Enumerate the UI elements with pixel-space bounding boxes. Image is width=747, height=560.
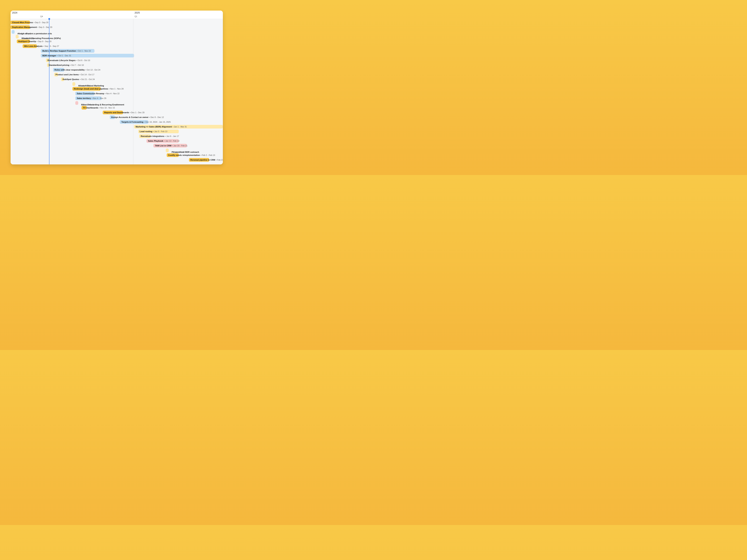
- gantt-bar[interactable]: Win Loss Analysis • Sep 15 - Sep 27: [23, 44, 37, 48]
- task-name: Custify needs reimplementation: [168, 154, 200, 156]
- gantt-bar[interactable]: Duplication Management • Sep 3 - Sep 20: [10, 25, 30, 29]
- gantt-row: Sales Commission Revamp • Nov 4 - Nov 22: [10, 91, 223, 96]
- today-dot: [48, 18, 50, 20]
- gantt-bar[interactable]: Sales Playbook • Jan 13 - Feb 13: [147, 139, 179, 143]
- task-dates: • Jan 5 - Feb 13: [153, 130, 167, 133]
- task-name: Marketing <> Sales (BDR) Alignment: [135, 126, 172, 128]
- gantt-row: Win Loss Analysis • Sep 15 - Sep 27: [10, 44, 223, 49]
- timeline-header: 20242025 Q4Q1: [10, 10, 223, 19]
- today-line: [49, 19, 49, 164]
- task-name: TAM List in CRM: [155, 144, 172, 147]
- gantt-bar[interactable]: Redesign (lead) and deal pipelines • Nov…: [72, 87, 101, 90]
- gantt-bar[interactable]: Sales Commission Revamp • Nov 4 - Nov 22: [75, 92, 95, 95]
- task-dates: • Oct 14 - Oct 17: [79, 74, 95, 76]
- gantt-row: Sales Playbook • Jan 13 - Feb 13: [10, 138, 223, 143]
- task-dates: • Oct 7 - Oct 10: [70, 64, 84, 66]
- gantt-row: BDR manager • Oct 1 - Dec 31: [10, 53, 223, 58]
- gantt-row: Redesign (lead) and deal pipelines • Nov…: [10, 86, 223, 91]
- year-label: 2024: [12, 11, 17, 14]
- gantt-row: Assign Accounts & Contact an owner • Dec…: [10, 115, 223, 119]
- task-name: Lead routing: [140, 130, 152, 133]
- gantt-bar[interactable]: Assign Accounts & Contact an owner • Dec…: [110, 115, 115, 119]
- task-dates: • Jan 1 - Mar 31: [173, 126, 187, 128]
- task-name: Redesign (lead) and deal pipelines: [74, 88, 108, 90]
- gantt-row: Account Based Marketing • Starts Nov 1: [10, 82, 223, 86]
- gantt-row: TV Dashboards • Nov 10 - Nov 15: [10, 105, 223, 110]
- gantt-bar[interactable]: Reevaluate Lifecycle Stages • Oct 6 - Oc…: [46, 58, 50, 62]
- task-name: Sales Playbook: [148, 140, 163, 142]
- task-dates: • Nov 1 - Nov 28: [109, 88, 124, 90]
- year-label: 2025: [135, 11, 140, 14]
- gantt-row: HubSpot Quotes • Oct 21 - Oct 24: [10, 77, 223, 82]
- gantt-bar[interactable]: Reevaluate integrations • Jan 6 - Jan 17: [139, 134, 151, 138]
- gantt-row: Custify needs reimplementation • Feb 2 -…: [10, 153, 223, 158]
- gantt-row: Standard Operating Procedures (SOPs) • S…: [10, 34, 223, 39]
- gantt-bar[interactable]: Personalized BDR outreach • Starts Feb 1: [166, 149, 169, 152]
- gantt-row: Reevaluate Lifecycle Stages • Oct 6 - Oc…: [10, 58, 223, 63]
- task-dates: • Dec 18, 2024 - Jan 15, 2025: [144, 121, 171, 123]
- gantt-bar[interactable]: Product and Line items • Oct 14 - Oct 17: [54, 73, 58, 76]
- task-dates: • Sep 3 - Sep 20: [37, 26, 52, 28]
- gantt-bar[interactable]: Standardized pricing • Oct 7 - Oct 10: [47, 63, 50, 67]
- quarter-row: Q4Q1: [10, 15, 223, 19]
- gantt-row: Closed-Won Process • Sep 3 - Sep 20: [10, 20, 223, 25]
- gantt-bar[interactable]: TAM List in CRM • Jan 20 - Feb 21: [153, 144, 187, 148]
- task-dates: • Nov 10 - Nov 15: [99, 107, 115, 109]
- gantt-bar[interactable]: Closed-Won Process • Sep 3 - Sep 20: [10, 21, 30, 24]
- timeline-card: 20242025 Q4Q1 Closed-Won Process • Sep 3…: [10, 10, 223, 164]
- gantt-row: Roles with clear responsibility • Oct 13…: [10, 68, 223, 72]
- gantt-bar[interactable]: Sales Onboarding & Recurring Enablement …: [75, 101, 78, 105]
- gantt-row: TAM List in CRM • Jan 20 - Feb 21: [10, 143, 223, 148]
- gantt-bar[interactable]: Roles with clear responsibility • Oct 13…: [53, 68, 65, 72]
- gantt-bar[interactable]: HubSpot Quotes • Oct 21 - Oct 24: [61, 78, 64, 81]
- quarter-label: Q4: [40, 15, 43, 18]
- task-dates: • Oct 21 - Oct 24: [80, 78, 95, 80]
- task-dates: • Oct 1 - Dec 31: [57, 54, 71, 57]
- task-name: Product and Line items: [56, 74, 79, 76]
- gantt-bar[interactable]: TV Dashboards • Nov 10 - Nov 15: [81, 106, 87, 110]
- gantt-bar[interactable]: Renewal pipeline in CRM • Feb 23 - Mar 1…: [189, 158, 209, 162]
- task-name: Sales territory: [77, 97, 91, 99]
- task-name: Reevaluate integrations: [140, 135, 164, 137]
- gantt-row: Assign all users a permission sets • Sep…: [10, 29, 223, 34]
- gantt-bar[interactable]: Targets & Forecasting • Dec 18, 2024 - J…: [120, 120, 148, 124]
- gridline: [133, 10, 133, 164]
- task-name: Build a RevOps Support Function: [42, 50, 76, 52]
- task-name: Win Loss Analysis: [24, 45, 43, 47]
- gantt-bar[interactable]: HubSpot CleanUp • Sep 9 - Sep 20: [17, 39, 30, 43]
- gantt-bar[interactable]: Lead routing • Jan 5 - Feb 13: [138, 130, 179, 133]
- gantt-bar[interactable]: Marketing <> Sales (BDR) Alignment • Jan…: [134, 125, 223, 129]
- gantt-bar[interactable]: Standard Operating Procedures (SOPs) • S…: [16, 35, 19, 38]
- gantt-row: Reevaluate integrations • Jan 6 - Jan 17: [10, 134, 223, 138]
- gantt-bar[interactable]: Custify needs reimplementation • Feb 2 -…: [167, 153, 179, 157]
- gantt-row: Lead routing • Jan 5 - Feb 13: [10, 129, 223, 134]
- gantt-bar[interactable]: Reports and Dashboards • Dec 1 - Dec 20: [103, 111, 123, 114]
- gantt-row: HubSpot CleanUp • Sep 9 - Sep 20: [10, 39, 223, 44]
- task-name: Closed-Won Process: [12, 21, 33, 24]
- task-name: Standardized pricing: [49, 64, 69, 66]
- gantt-row: Standardized pricing • Oct 7 - Oct 10: [10, 63, 223, 68]
- task-dates: • Oct 1 - Nov 22: [77, 50, 91, 52]
- task-dates: • Dec 8 - Dec 12: [149, 116, 164, 118]
- gantt-row: Sales Onboarding & Recurring Enablement …: [10, 101, 223, 105]
- gantt-bar[interactable]: Sales territory • Nov 4 - Nov 29: [75, 97, 102, 100]
- gantt-bar[interactable]: BDR manager • Oct 1 - Dec 31: [41, 54, 134, 57]
- gantt-bar[interactable]: Account Based Marketing • Starts Nov 1: [72, 82, 75, 86]
- task-name: TV Dashboards: [83, 107, 98, 109]
- gantt-row: Sales territory • Nov 4 - Nov 29: [10, 96, 223, 101]
- gantt-body[interactable]: Closed-Won Process • Sep 3 - Sep 20Dupli…: [10, 19, 223, 164]
- task-dates: • Feb 2 - Feb 13: [201, 154, 215, 156]
- task-dates: • Jan 13 - Feb 13: [164, 140, 179, 142]
- task-dates: • Jan 20 - Feb 21: [172, 144, 187, 147]
- task-dates: • Dec 1 - Dec 20: [130, 111, 145, 113]
- gantt-bar[interactable]: Assign all users a permission sets • Sep…: [12, 30, 15, 34]
- task-dates: • Jan 6 - Jan 17: [165, 135, 179, 137]
- task-dates: • Oct 13 - Oct 24: [85, 69, 100, 71]
- task-name: Targets & Forecasting: [121, 121, 143, 123]
- task-name: HubSpot CleanUp: [18, 40, 36, 43]
- task-dates: • Nov 4 - Nov 22: [105, 92, 120, 95]
- task-name: Reevaluate Lifecycle Stages: [47, 59, 76, 61]
- task-name: Duplication Management: [12, 26, 37, 28]
- gantt-row: Targets & Forecasting • Dec 18, 2024 - J…: [10, 119, 223, 124]
- task-dates: • Sep 3 - Sep 20: [34, 21, 48, 24]
